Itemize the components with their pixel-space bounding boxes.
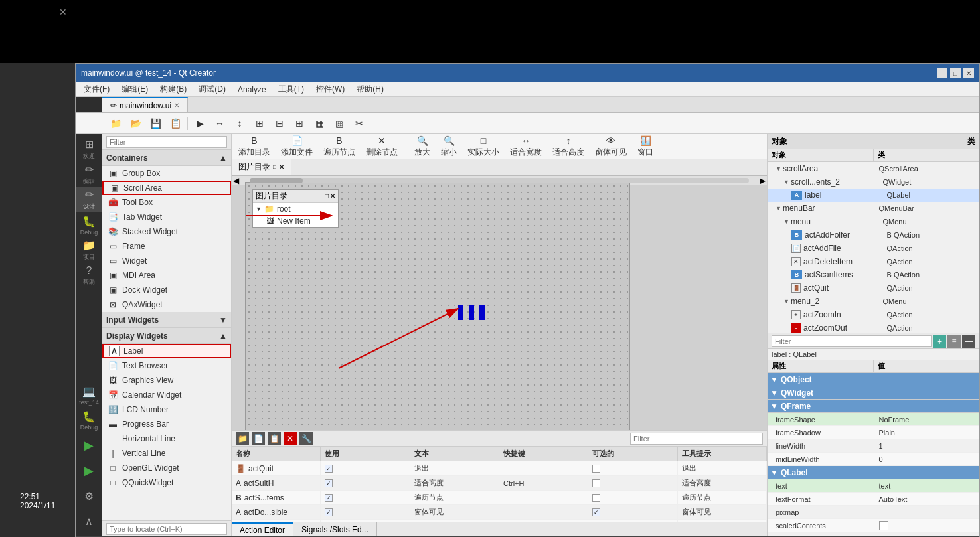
section-qobject[interactable]: ▼ QObject [768, 373, 979, 386]
sidebar-run[interactable]: ▶ [76, 433, 102, 458]
handle-2[interactable] [469, 305, 474, 320]
tree-detach-btn[interactable]: □ [325, 192, 329, 200]
checkbox-used-2[interactable]: ✓ [325, 479, 333, 487]
widget-label[interactable]: A Label [102, 344, 231, 358]
widget-opengl[interactable]: □ OpenGL Widget [102, 461, 231, 475]
toolbar-btn-12[interactable]: ▧ [330, 115, 349, 132]
widget-stacked-widget[interactable]: 📚 Stacked Widget [102, 224, 231, 239]
dt-zoom-in[interactable]: 🔍 放大 [410, 137, 434, 157]
prop-row-frameshadow[interactable]: frameShadow Plain [768, 426, 979, 439]
toolbar-btn-4[interactable]: 📋 [166, 115, 185, 132]
section-qwidget[interactable]: ▼ QWidget [768, 386, 979, 400]
prop-close-button[interactable]: — [962, 335, 975, 348]
sidebar-debug[interactable]: 🐛 Debug [76, 212, 102, 238]
obj-row-actzoomin[interactable]: + actZoomIn QAction [768, 308, 979, 321]
menu-tools[interactable]: 工具(T) [273, 82, 309, 96]
menu-edit[interactable]: 编辑(E) [116, 82, 153, 96]
widget-scroll-area[interactable]: ▣ Scroll Area [102, 181, 231, 195]
cell-used-2[interactable]: ✓ [321, 476, 410, 490]
toolbar-btn-7[interactable]: ↕ [230, 115, 249, 132]
section-containers[interactable]: Containers ▲ [102, 150, 231, 166]
tree-root-item[interactable]: ▼ 📁 root [253, 203, 338, 215]
action-toolbar-btn2[interactable]: 📄 [252, 432, 265, 445]
tree-child-item[interactable]: 🖼 New Item [253, 215, 338, 227]
table-row[interactable]: B actS...tems ✓ 遍历节点 遍历节点 [232, 491, 767, 505]
sidebar-device[interactable]: 💻 test_14 [76, 382, 102, 408]
widget-dock-widget[interactable]: ▣ Dock Widget [102, 283, 231, 297]
obj-row-actzoomout[interactable]: - actZoomOut QAction [768, 321, 979, 333]
widget-calendar-widget[interactable]: 📅 Calendar Widget [102, 388, 231, 402]
dt-window-visible[interactable]: 👁 窗体可见 [591, 137, 631, 157]
cell-used-3[interactable]: ✓ [321, 491, 410, 504]
menu-file[interactable]: 文件(F) [78, 82, 115, 96]
checkbox-checkable-1[interactable] [592, 465, 600, 473]
obj-row-menu[interactable]: ▼ menu QMenu [768, 215, 979, 228]
dt-zoom-out[interactable]: 🔍 缩小 [437, 137, 461, 157]
obj-row-menu2[interactable]: ▼ menu_2 QMenu [768, 295, 979, 308]
dt-delete[interactable]: ✕ 删除节点 [362, 137, 402, 157]
cell-checkable-3[interactable] [588, 491, 677, 504]
dt-fit-width[interactable]: ↔ 适合宽度 [506, 137, 546, 157]
obj-row-actaddfolfer[interactable]: B actAddFolfer B QAction [768, 228, 979, 242]
toolbar-btn-3[interactable]: 💾 [146, 115, 165, 132]
sidebar-debug2[interactable]: 🐛 Debug [76, 408, 102, 433]
table-row[interactable]: A actSuitH ✓ 适合高度 Ctrl+H 适合高度 [232, 476, 767, 491]
widget-qax-widget[interactable]: ⊠ QAxWidget [102, 297, 231, 312]
minimize-button[interactable]: — [937, 68, 947, 78]
prop-row-textformat[interactable]: textFormat AutoText [768, 493, 979, 506]
sidebar-more[interactable]: ∧ [76, 508, 102, 534]
action-toolbar-btn1[interactable]: 📁 [236, 432, 249, 445]
action-toolbar-btn3[interactable]: 📋 [268, 432, 281, 445]
widget-widget[interactable]: ▭ Widget [102, 254, 231, 268]
prop-row-linewidth[interactable]: lineWidth 1 [768, 439, 979, 453]
tree-close-btn[interactable]: ✕ [330, 192, 335, 200]
tab-close-icon[interactable]: ✕ [174, 102, 179, 109]
prop-row-frameshape[interactable]: frameShape NoFrame [768, 413, 979, 426]
prop-row-midlinewidth[interactable]: midLineWidth 0 [768, 453, 979, 466]
prop-row-alignment[interactable]: alignment AlignHCenter, AlignVC... [768, 532, 979, 536]
obj-row-actdeleteitem[interactable]: ✕ actDeleteItem QAction [768, 255, 979, 268]
cell-checkable-4[interactable]: ✓ [588, 505, 677, 519]
sidebar-run-debug[interactable]: ▶ [76, 458, 102, 483]
dt-add-file[interactable]: 📄 添加文件 [277, 137, 317, 157]
dt-traverse[interactable]: B 遍历节点 [319, 137, 359, 157]
action-toolbar-btn4[interactable]: ✕ [284, 432, 297, 445]
cell-used-4[interactable]: ✓ [321, 505, 410, 519]
sidebar-design[interactable]: ✏ 设计 [76, 187, 102, 212]
checkbox-used-3[interactable]: ✓ [325, 494, 333, 502]
obj-row-label[interactable]: A label QLabel [768, 189, 979, 202]
section-display-widgets[interactable]: Display Widgets ▲ [102, 328, 231, 344]
widget-text-browser[interactable]: 📄 Text Browser [102, 358, 231, 373]
table-row[interactable]: 🚪 actQuit ✓ 退出 退出 [232, 461, 767, 476]
toolbar-btn-11[interactable]: ▦ [310, 115, 329, 132]
dt-add-dir[interactable]: B 添加目录 [234, 137, 274, 157]
scaledcontents-checkbox[interactable] [879, 521, 888, 530]
widget-mdi-area[interactable]: ▣ MDI Area [102, 268, 231, 283]
dt-window[interactable]: 🪟 窗口 [633, 137, 657, 157]
widget-graphics-view[interactable]: 🖼 Graphics View [102, 373, 231, 388]
menu-widgets[interactable]: 控件(W) [311, 82, 350, 96]
toolbar-btn-1[interactable]: 📁 [106, 115, 125, 132]
locate-input[interactable] [106, 523, 227, 535]
menu-help[interactable]: 帮助(H) [351, 82, 389, 96]
obj-row-actquit[interactable]: 🚪 actQuit QAction [768, 281, 979, 295]
canvas-tab-picture[interactable]: 图片目录 □ ✕ [232, 159, 291, 175]
close-button[interactable]: ✕ [963, 68, 974, 78]
toolbar-btn-9[interactable]: ⊟ [270, 115, 289, 132]
obj-row-scrollwidget[interactable]: ▼ scroll...ents_2 QWidget [768, 175, 979, 189]
scroll-left-btn[interactable]: ◀ [232, 176, 240, 185]
widget-filter-input[interactable] [106, 136, 227, 148]
handle-1[interactable] [458, 305, 463, 320]
widget-tab-widget[interactable]: 📑 Tab Widget [102, 210, 231, 224]
obj-row-menubar[interactable]: ▼ menuBar QMenuBar [768, 202, 979, 215]
sidebar-help[interactable]: ? 帮助 [76, 263, 102, 288]
canvas-tab-close[interactable]: ✕ [279, 163, 284, 171]
widget-progress-bar[interactable]: ▬ Progress Bar [102, 417, 231, 431]
widget-horizontal-line[interactable]: — Horizontal Line [102, 431, 231, 446]
sidebar-settings[interactable]: ⚙ [76, 483, 102, 508]
action-toolbar-btn5[interactable]: 🔧 [299, 432, 313, 445]
menu-build[interactable]: 构建(B) [155, 82, 192, 96]
scroll-right-btn[interactable]: ▶ [758, 176, 767, 185]
sidebar-edit[interactable]: ✏ 编辑 [76, 162, 102, 187]
checkbox-used-4[interactable]: ✓ [325, 508, 333, 516]
